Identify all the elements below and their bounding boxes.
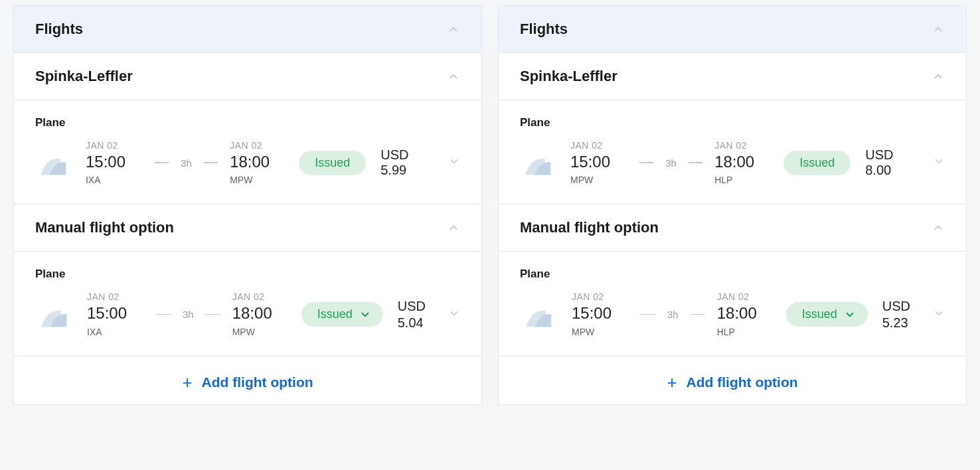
provider-name: Spinka-Leffler bbox=[520, 68, 617, 85]
price-label: USD 5.99 bbox=[380, 147, 436, 178]
departure-code: IXA bbox=[86, 175, 101, 185]
departure-time: 15:00 bbox=[87, 305, 127, 322]
arrival-block: JAN 0218:00MPW bbox=[232, 291, 289, 337]
status-label: Issued bbox=[799, 156, 835, 170]
flights-panel: FlightsSpinka-LefflerPlaneJAN 0215:00IXA… bbox=[13, 5, 482, 405]
price-currency: USD bbox=[380, 147, 408, 162]
expand-row-button[interactable] bbox=[448, 307, 460, 322]
flight-mode-label: Plane bbox=[35, 116, 460, 129]
arrival-code: HLP bbox=[714, 175, 732, 185]
provider-section-header[interactable]: Spinka-Leffler bbox=[499, 53, 966, 100]
chevron-down-icon bbox=[359, 309, 371, 321]
departure-time: 15:00 bbox=[570, 153, 610, 171]
chevron-up-icon[interactable] bbox=[932, 23, 945, 36]
departure-date: JAN 02 bbox=[572, 291, 604, 302]
flight-row: JAN 0215:00MPW3hJAN 0218:00HLPIssuedUSD … bbox=[520, 140, 945, 185]
flight-segment: PlaneJAN 0215:00MPW3hJAN 0218:00HLPIssue… bbox=[499, 252, 966, 356]
departure-time: 15:00 bbox=[86, 153, 125, 171]
flights-title: Flights bbox=[35, 21, 83, 38]
expand-row-button[interactable] bbox=[933, 307, 945, 322]
separator-dash bbox=[689, 162, 702, 163]
plus-icon: + bbox=[667, 374, 677, 391]
arrival-time: 18:00 bbox=[717, 305, 757, 322]
duration-label: 3h bbox=[183, 309, 194, 320]
flight-segment: PlaneJAN 0215:00IXA3hJAN 0218:00MPWIssue… bbox=[14, 100, 481, 204]
manual-option-header[interactable]: Manual flight option bbox=[499, 204, 966, 252]
chevron-up-icon[interactable] bbox=[932, 70, 945, 83]
provider-name: Spinka-Leffler bbox=[35, 68, 133, 85]
chevron-up-icon[interactable] bbox=[447, 221, 460, 234]
status-dropdown[interactable]: Issued bbox=[301, 302, 383, 327]
departure-code: MPW bbox=[572, 327, 594, 337]
chevron-up-icon[interactable] bbox=[932, 221, 945, 234]
chevron-down-icon bbox=[844, 309, 856, 321]
arrival-code: MPW bbox=[230, 175, 252, 185]
flights-section-header[interactable]: Flights bbox=[499, 6, 966, 53]
plane-icon bbox=[520, 148, 558, 177]
expand-row-button[interactable] bbox=[933, 155, 945, 170]
plane-icon bbox=[35, 148, 74, 177]
flight-mode-label: Plane bbox=[520, 116, 945, 129]
price-label: USD 8.00 bbox=[865, 147, 921, 178]
status-badge: Issued bbox=[299, 151, 366, 175]
duration-label: 3h bbox=[181, 157, 192, 169]
price-amount: 5.99 bbox=[380, 163, 406, 177]
arrival-block: JAN 0218:00HLP bbox=[714, 140, 772, 185]
price-label: USD5.04 bbox=[398, 298, 426, 331]
add-flight-option-button[interactable]: +Add flight option bbox=[499, 356, 966, 404]
arrival-date: JAN 02 bbox=[230, 140, 262, 151]
manual-option-title: Manual flight option bbox=[520, 219, 659, 236]
plane-icon bbox=[35, 300, 75, 329]
expand-row-button[interactable] bbox=[448, 155, 460, 170]
add-flight-option-label: Add flight option bbox=[202, 374, 313, 390]
flights-section-header[interactable]: Flights bbox=[14, 6, 481, 53]
departure-block: JAN 0215:00MPW bbox=[570, 140, 627, 185]
flight-segment: PlaneJAN 0215:00IXA3hJAN 0218:00MPWIssue… bbox=[14, 252, 481, 356]
chevron-up-icon[interactable] bbox=[447, 70, 460, 83]
arrival-date: JAN 02 bbox=[232, 291, 265, 302]
departure-block: JAN 0215:00MPW bbox=[572, 291, 629, 337]
provider-section-header[interactable]: Spinka-Leffler bbox=[14, 53, 481, 100]
plane-icon bbox=[520, 300, 560, 329]
status-label: Issued bbox=[317, 307, 353, 321]
arrival-date: JAN 02 bbox=[717, 291, 750, 302]
flight-row: JAN 0215:00IXA3hJAN 0218:00MPWIssuedUSD … bbox=[35, 140, 460, 185]
flights-title: Flights bbox=[520, 21, 568, 38]
separator-dash bbox=[206, 314, 220, 315]
price-label: USD5.23 bbox=[882, 298, 910, 331]
manual-option-header[interactable]: Manual flight option bbox=[14, 204, 481, 252]
arrival-time: 18:00 bbox=[714, 153, 754, 171]
separator-dash bbox=[641, 314, 655, 315]
departure-date: JAN 02 bbox=[86, 140, 118, 151]
arrival-time: 18:00 bbox=[232, 305, 272, 322]
arrival-code: HLP bbox=[717, 327, 735, 337]
departure-date: JAN 02 bbox=[570, 140, 603, 151]
arrival-date: JAN 02 bbox=[714, 140, 747, 151]
departure-block: JAN 0215:00IXA bbox=[87, 291, 144, 337]
flights-panel: FlightsSpinka-LefflerPlaneJAN 0215:00MPW… bbox=[498, 5, 967, 405]
status-label: Issued bbox=[315, 156, 350, 170]
separator-dash bbox=[156, 314, 171, 315]
price-amount: 8.00 bbox=[865, 163, 891, 177]
add-flight-option-label: Add flight option bbox=[687, 374, 798, 390]
arrival-block: JAN 0218:00HLP bbox=[717, 291, 774, 337]
status-badge: Issued bbox=[783, 151, 851, 175]
flight-segment: PlaneJAN 0215:00MPW3hJAN 0218:00HLPIssue… bbox=[499, 100, 966, 204]
price-currency: USD bbox=[882, 298, 910, 315]
price-currency: USD bbox=[398, 298, 426, 315]
chevron-up-icon[interactable] bbox=[447, 23, 460, 36]
arrival-block: JAN 0218:00MPW bbox=[230, 140, 287, 185]
add-flight-option-button[interactable]: +Add flight option bbox=[14, 356, 481, 404]
departure-date: JAN 02 bbox=[87, 291, 120, 302]
departure-block: JAN 0215:00IXA bbox=[86, 140, 143, 185]
separator-dash bbox=[155, 162, 169, 163]
plus-icon: + bbox=[182, 374, 192, 391]
price-amount: 5.04 bbox=[398, 315, 426, 331]
flight-row: JAN 0215:00MPW3hJAN 0218:00HLPIssuedUSD5… bbox=[520, 291, 945, 337]
departure-code: IXA bbox=[87, 327, 102, 337]
status-dropdown[interactable]: Issued bbox=[786, 302, 868, 327]
duration-label: 3h bbox=[667, 309, 679, 320]
arrival-code: MPW bbox=[232, 327, 255, 337]
duration-label: 3h bbox=[665, 157, 677, 169]
flight-row: JAN 0215:00IXA3hJAN 0218:00MPWIssuedUSD5… bbox=[35, 291, 460, 337]
